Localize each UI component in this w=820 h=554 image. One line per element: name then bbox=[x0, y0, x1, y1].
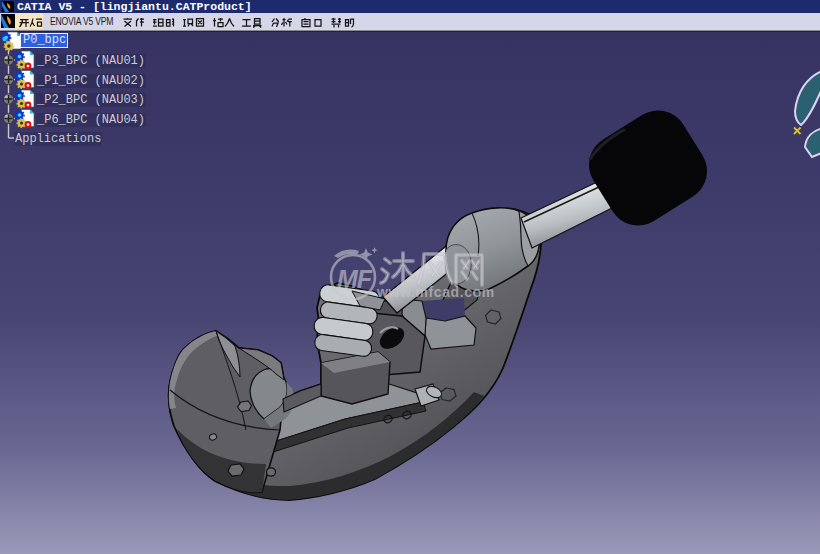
svg-text:MF: MF bbox=[337, 265, 373, 293]
